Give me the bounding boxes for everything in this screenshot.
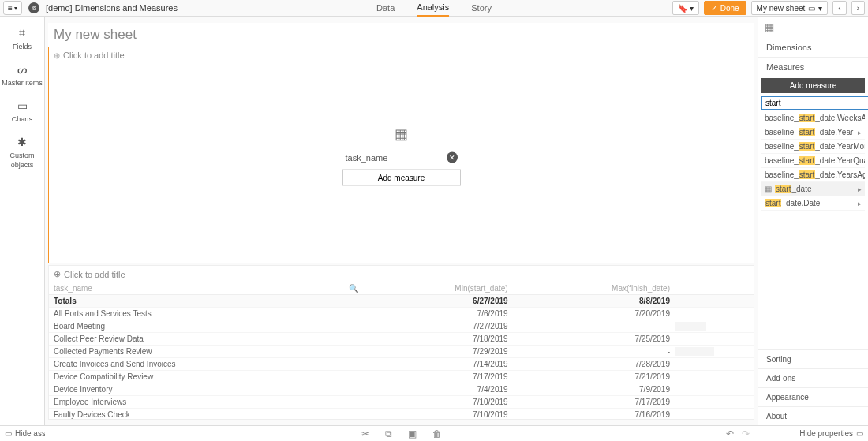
copy-button[interactable]: ⧉ xyxy=(385,428,392,439)
add-measure-btn[interactable]: Add measure xyxy=(761,78,865,93)
chevron-right-icon: ▸ xyxy=(858,129,862,136)
add-icon: ⊕ xyxy=(54,51,60,60)
tab-analysis[interactable]: Analysis xyxy=(417,0,449,17)
totals-label: Totals xyxy=(49,295,363,308)
table-row[interactable]: Device Compatibility Review7/17/20197/21… xyxy=(49,371,754,383)
dimensions-section[interactable]: Dimensions xyxy=(758,38,868,57)
asset-charts[interactable]: ▭Charts xyxy=(0,95,44,131)
panel-about[interactable]: About xyxy=(758,406,868,425)
chevron-right-icon: ▸ xyxy=(858,200,862,207)
table-row[interactable]: Board Meeting7/27/2019- xyxy=(49,320,754,333)
viz-title-placeholder[interactable]: Click to add title xyxy=(64,270,125,279)
sheet-selector[interactable]: My new sheet▭▾ xyxy=(751,1,829,15)
table-row[interactable]: Device Inventory7/4/20197/9/2019 xyxy=(49,383,754,396)
delete-button[interactable]: 🗑 xyxy=(432,428,442,439)
prev-sheet-button[interactable]: ‹ xyxy=(832,1,846,15)
done-button[interactable]: ✓Done xyxy=(704,1,746,15)
check-icon: ✓ xyxy=(711,4,717,13)
panel-appearance[interactable]: Appearance xyxy=(758,387,868,406)
sheet-icon: ▭ xyxy=(808,4,815,13)
app-title: [demo] Dimensions and Measures xyxy=(46,3,178,13)
chevron-right-icon: ▸ xyxy=(858,185,862,193)
table-viz-bottom[interactable]: ⊕Click to add title task_name🔍Min(start_… xyxy=(48,265,754,420)
next-sheet-button[interactable]: › xyxy=(851,1,865,15)
add-icon: ⊕ xyxy=(54,269,61,279)
hide-properties-button[interactable]: Hide properties ▭ xyxy=(758,425,868,441)
redo-button[interactable]: ↷ xyxy=(742,428,750,439)
table-row[interactable]: Faulty Devices Check7/10/20197/16/2019 xyxy=(49,409,754,420)
field-suggestion[interactable]: baseline_start_date.YearMonth▸ xyxy=(761,140,865,154)
add-measure-button[interactable]: Add measure xyxy=(342,169,461,185)
panel-sorting[interactable]: Sorting xyxy=(758,349,868,368)
field-suggestion[interactable]: baseline_start_date.Year▸ xyxy=(761,125,865,140)
search-icon[interactable]: 🔍 xyxy=(349,284,358,293)
field-suggestion[interactable]: baseline_start_date.YearsAgo▸ xyxy=(761,168,865,182)
paste-button[interactable]: ▣ xyxy=(408,428,417,439)
measure-search-input[interactable] xyxy=(761,96,868,110)
table-row[interactable]: Collected Payments Review7/29/2019- xyxy=(49,346,754,358)
table-row[interactable]: All Ports and Services Tests7/6/20197/20… xyxy=(49,308,754,320)
field-suggestion[interactable]: baseline_start_date.YearQuart...▸ xyxy=(761,154,865,168)
menu-button[interactable]: ≡▾ xyxy=(3,1,22,15)
column-header[interactable]: Min(start_date) xyxy=(363,282,512,295)
table-row[interactable]: Create Invoices and Send Invoices7/14/20… xyxy=(49,358,754,371)
field-suggestion[interactable]: start_date.Date▸ xyxy=(761,196,865,211)
measures-section[interactable]: Measures xyxy=(758,57,868,77)
table-viz-top[interactable]: ⊕Click to add title ▦ task_name ✕ Add me… xyxy=(48,47,754,263)
bookmark-button[interactable]: 🔖 ▾ xyxy=(672,1,699,15)
cut-button[interactable]: ✂ xyxy=(361,428,369,439)
field-suggestion[interactable]: ▦start_date▸ xyxy=(761,182,865,196)
app-logo-icon: ⊚ xyxy=(28,2,39,13)
column-header[interactable]: Max(finish_date) xyxy=(513,282,675,295)
table-row[interactable]: Employee Interviews7/10/20197/17/2019 xyxy=(49,396,754,409)
tab-story[interactable]: Story xyxy=(471,0,492,17)
table-row[interactable]: Collect Peer Review Data7/18/20197/25/20… xyxy=(49,333,754,346)
asset-custom-objects[interactable]: ✱Custom objects xyxy=(0,131,44,177)
asset-icon: ᔕ xyxy=(0,63,44,76)
asset-master-items[interactable]: ᔕMaster items xyxy=(0,58,44,95)
object-type-icon: ▦ xyxy=(758,17,868,38)
undo-button[interactable]: ↶ xyxy=(726,428,734,439)
table-icon: ▦ xyxy=(395,125,408,142)
asset-icon: ▭ xyxy=(0,99,44,112)
remove-dim-button[interactable]: ✕ xyxy=(447,151,458,163)
field-suggestion[interactable]: baseline_start_date.WeeksAgo▸ xyxy=(761,111,865,125)
viz-title-placeholder[interactable]: Click to add title xyxy=(63,50,125,60)
panel-add-ons[interactable]: Add-ons xyxy=(758,368,868,387)
column-header[interactable]: task_name🔍 xyxy=(49,282,363,295)
dimension-chip[interactable]: task_name ✕ xyxy=(342,150,461,164)
asset-fields[interactable]: ⌗Fields xyxy=(0,21,44,58)
calendar-icon: ▦ xyxy=(765,185,772,193)
sheet-title[interactable]: My new sheet xyxy=(48,23,754,47)
asset-icon: ✱ xyxy=(0,136,44,148)
tab-data[interactable]: Data xyxy=(376,0,395,17)
asset-icon: ⌗ xyxy=(0,26,44,39)
